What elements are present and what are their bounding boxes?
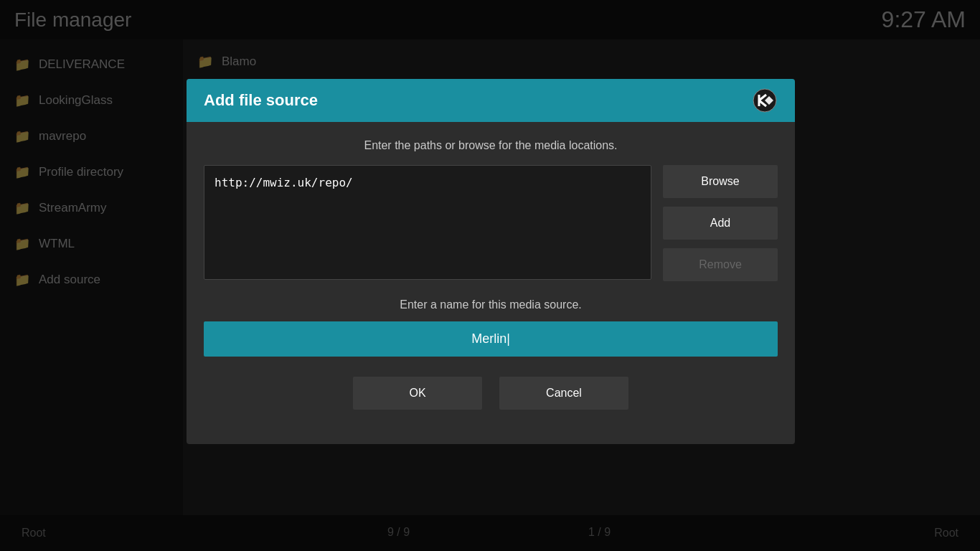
dialog-footer: OK Cancel xyxy=(204,377,778,427)
path-input[interactable] xyxy=(204,165,651,280)
action-buttons: Browse Add Remove xyxy=(663,165,778,281)
path-row: Browse Add Remove xyxy=(204,165,778,281)
remove-button[interactable]: Remove xyxy=(663,248,778,281)
dialog-title: Add file source xyxy=(204,91,318,110)
dialog-body: Enter the paths or browse for the media … xyxy=(187,122,795,444)
add-file-source-dialog: Add file source Enter the paths or brows… xyxy=(187,79,795,444)
cancel-button[interactable]: Cancel xyxy=(499,377,628,410)
browse-button[interactable]: Browse xyxy=(663,165,778,198)
dialog-header: Add file source xyxy=(187,79,795,122)
add-path-button[interactable]: Add xyxy=(663,207,778,240)
path-instruction: Enter the paths or browse for the media … xyxy=(204,139,778,152)
kodi-logo-icon xyxy=(752,88,778,113)
ok-button[interactable]: OK xyxy=(353,377,482,410)
name-instruction: Enter a name for this media source. xyxy=(204,298,778,311)
source-name-input[interactable] xyxy=(204,321,778,357)
